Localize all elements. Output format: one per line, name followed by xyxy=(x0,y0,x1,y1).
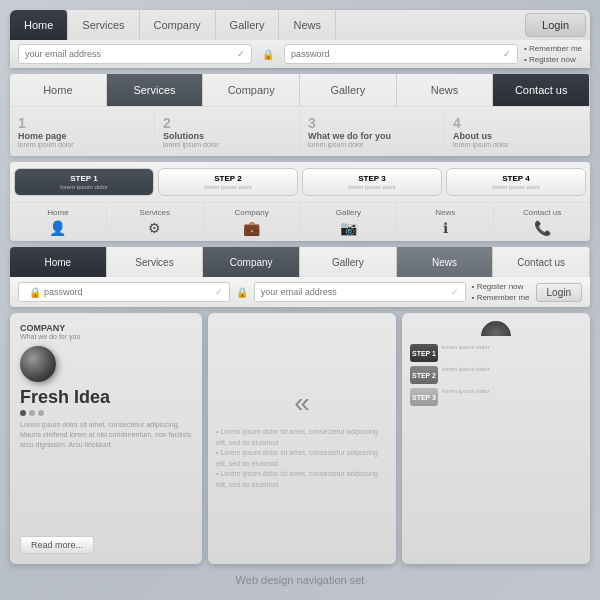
nav4-tab-company[interactable]: Company xyxy=(203,247,300,277)
nav4-tab-home[interactable]: Home xyxy=(10,247,107,277)
step-item-1: STEP 1 lorem ipsum dolor xyxy=(410,344,582,362)
navbar-3: STEP 1 lorem ipsum dolor STEP 2 lorem ip… xyxy=(10,162,590,241)
nav4-register-label[interactable]: Register now xyxy=(472,282,530,291)
nav4-password-wrap: 🔒 ✓ xyxy=(18,282,230,302)
nav4-tab-contact[interactable]: Contact us xyxy=(493,247,590,277)
password-input[interactable] xyxy=(291,49,499,59)
step-badge-2[interactable]: STEP 2 xyxy=(410,366,438,384)
company-body: Lorem ipsum dolor sit amet, consectetur … xyxy=(20,420,192,530)
nav1-spacer xyxy=(336,10,521,40)
icon-nav-contact-label: Contact us xyxy=(523,208,561,217)
icon-nav-home-label: Home xyxy=(47,208,68,217)
nav4-password-input[interactable] xyxy=(44,287,211,297)
nav2-sub-3[interactable]: 4 About us lorem ipsum dolor xyxy=(445,111,590,152)
password-field-wrap: ✓ xyxy=(284,44,518,64)
sub-title-1: Solutions xyxy=(163,131,291,141)
nav2-tabs: Home Services Company Gallery News Conta… xyxy=(10,74,590,106)
steps-card: STEP 1 lorem ipsum dolor STEP 2 lorem ip… xyxy=(402,313,590,564)
dot-2[interactable] xyxy=(29,410,35,416)
step-info-1: lorem ipsum dolor xyxy=(442,344,490,350)
step-badge-1[interactable]: STEP 1 xyxy=(410,344,438,362)
nav1-tabs: Home Services Company Gallery News Login xyxy=(10,10,590,40)
step-1-title: STEP 1 xyxy=(21,174,147,183)
gear-icon: ⚙ xyxy=(148,220,161,236)
slider-card: « Lorem ipsum dolor sit amet, consectetu… xyxy=(208,313,396,564)
nav4-login-button[interactable]: Login xyxy=(536,283,582,302)
step-badge-3[interactable]: STEP 3 xyxy=(410,388,438,406)
step-2-title: STEP 2 xyxy=(165,174,291,183)
step-info-2: lorem ipsum dolor xyxy=(442,366,490,372)
step-item-2: STEP 2 lorem ipsum dolor xyxy=(410,366,582,384)
dot-3[interactable] xyxy=(38,410,44,416)
nav4-email-input[interactable] xyxy=(261,287,447,297)
nav1-fields: ✓ 🔒 ✓ Remember me Register now xyxy=(10,40,590,68)
checkmark-icon-2: ✓ xyxy=(503,49,511,59)
icon-nav-gallery[interactable]: Gallery 📷 xyxy=(300,203,397,241)
icon-nav-news-label: News xyxy=(435,208,455,217)
remember-me-label[interactable]: Remember me xyxy=(524,44,582,53)
footer-text: Web design navigation set xyxy=(236,570,365,590)
step-info-3: lorem ipsum dolor xyxy=(442,388,490,394)
nav1-tab-home[interactable]: Home xyxy=(10,10,68,40)
icon-nav-home[interactable]: Home 👤 xyxy=(10,203,107,241)
nav2-sub-0[interactable]: 1 Home page lorem ipsum dolor xyxy=(10,111,155,152)
email-input[interactable] xyxy=(25,49,233,59)
step-desc-c3: lorem ipsum dolor xyxy=(442,388,490,394)
sub-num-1: 2 xyxy=(163,115,291,131)
nav1-tab-services[interactable]: Services xyxy=(68,10,139,40)
nav2-sub-1[interactable]: 2 Solutions lorem ipsum dolor xyxy=(155,111,300,152)
nav2-tab-gallery[interactable]: Gallery xyxy=(300,74,397,106)
lock-icon: 🔒 xyxy=(262,49,274,60)
bullet-2: Lorem ipsum dolor sit amet, consectetur … xyxy=(216,469,388,490)
step-2-desc: lorem ipsum dolor xyxy=(165,184,291,190)
nav1-tab-company[interactable]: Company xyxy=(140,10,216,40)
sub-num-3: 4 xyxy=(453,115,581,131)
step-3[interactable]: STEP 3 lorem ipsum dolor xyxy=(302,168,442,196)
nav2-tab-company[interactable]: Company xyxy=(203,74,300,106)
email-field-wrap: ✓ xyxy=(18,44,252,64)
read-more-button[interactable]: Read more... xyxy=(20,536,94,554)
sub-title-0: Home page xyxy=(18,131,146,141)
cards-section: COMPANY What we do for you Fresh Idea Lo… xyxy=(10,313,590,564)
nav2-tab-news[interactable]: News xyxy=(397,74,494,106)
nav4-remember: Register now Remember me xyxy=(472,282,530,302)
info-icon: ℹ xyxy=(443,220,448,236)
step-1-desc: lorem ipsum dolor xyxy=(21,184,147,190)
company-card: COMPANY What we do for you Fresh Idea Lo… xyxy=(10,313,202,564)
nav2-submenu: 1 Home page lorem ipsum dolor 2 Solution… xyxy=(10,106,590,156)
nav2-tab-home[interactable]: Home xyxy=(10,74,107,106)
half-sphere-graphic xyxy=(481,321,511,336)
navbar-4: Home Services Company Gallery News Conta… xyxy=(10,247,590,307)
step-2[interactable]: STEP 2 lorem ipsum dolor xyxy=(158,168,298,196)
nav2-tab-services[interactable]: Services xyxy=(107,74,204,106)
icon-nav-company[interactable]: Company 💼 xyxy=(204,203,301,241)
icon-nav-row: Home 👤 Services ⚙ Company 💼 Gallery 📷 Ne… xyxy=(10,202,590,241)
phone-icon: 📞 xyxy=(534,220,551,236)
bullet-1: Lorem ipsum dolor sit amet, consectetur … xyxy=(216,448,388,469)
nav1-login-button[interactable]: Login xyxy=(525,13,586,37)
nav1-tab-gallery[interactable]: Gallery xyxy=(216,10,280,40)
sub-desc-2: lorem ipsum dolor xyxy=(308,141,436,148)
register-now-label[interactable]: Register now xyxy=(524,55,582,64)
icon-nav-contact[interactable]: Contact us 📞 xyxy=(494,203,590,241)
icon-nav-news[interactable]: News ℹ xyxy=(397,203,494,241)
icon-nav-services[interactable]: Services ⚙ xyxy=(107,203,204,241)
step-1[interactable]: STEP 1 lorem ipsum dolor xyxy=(14,168,154,196)
person-icon: 👤 xyxy=(49,220,66,236)
nav4-remember-label[interactable]: Remember me xyxy=(472,293,530,302)
navbar-2: Home Services Company Gallery News Conta… xyxy=(10,74,590,156)
check-icon: ✓ xyxy=(215,287,223,297)
steps-row: STEP 1 lorem ipsum dolor STEP 2 lorem ip… xyxy=(10,162,590,202)
nav2-tab-contact[interactable]: Contact us xyxy=(493,74,590,106)
nav4-tab-services[interactable]: Services xyxy=(107,247,204,277)
sub-desc-0: lorem ipsum dolor xyxy=(18,141,146,148)
nav2-sub-2[interactable]: 3 What we do for you lorem ipsum dolor xyxy=(300,111,445,152)
nav1-tab-news[interactable]: News xyxy=(279,10,336,40)
camera-icon: 📷 xyxy=(340,220,357,236)
double-arrow-icon[interactable]: « xyxy=(294,387,310,419)
step-3-title: STEP 3 xyxy=(309,174,435,183)
nav4-tab-news[interactable]: News xyxy=(397,247,494,277)
step-4[interactable]: STEP 4 lorem ipsum dolor xyxy=(446,168,586,196)
nav4-tab-gallery[interactable]: Gallery xyxy=(300,247,397,277)
dot-1[interactable] xyxy=(20,410,26,416)
